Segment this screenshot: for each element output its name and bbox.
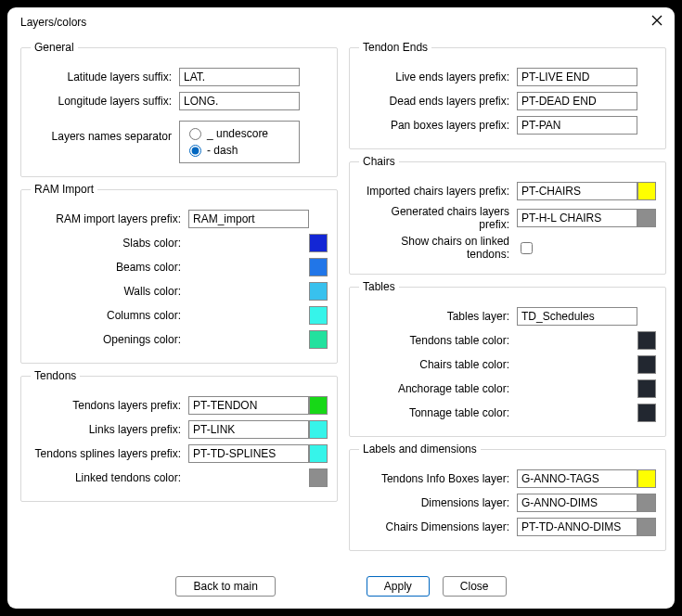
imported-chairs-input[interactable] xyxy=(517,182,637,200)
links-color-swatch[interactable] xyxy=(309,420,328,439)
group-general-legend: General xyxy=(31,41,78,54)
content-area: General Latitude layers suffix: Longitud… xyxy=(7,37,675,564)
layers-separator-radiogroup: _ undescore - dash xyxy=(179,121,300,163)
title-bar: Layers/colors xyxy=(7,7,675,37)
splines-prefix-input[interactable] xyxy=(188,444,309,463)
group-tendon-ends: Tendon Ends Live ends layers prefix: Dea… xyxy=(349,41,666,149)
tendons-prefix-input[interactable] xyxy=(188,396,309,415)
pan-boxes-label: Pan boxes layers prefix: xyxy=(359,119,517,132)
group-ram-import-legend: RAM Import xyxy=(31,183,97,196)
openings-color-swatch[interactable] xyxy=(309,330,328,349)
latitude-suffix-label: Latitude layers suffix: xyxy=(31,71,179,83)
separator-dash-label: - dash xyxy=(207,144,238,157)
tendons-prefix-label: Tendons layers prefix: xyxy=(31,399,188,412)
group-chairs-legend: Chairs xyxy=(359,155,399,168)
left-column: General Latitude layers suffix: Longitud… xyxy=(20,41,338,564)
tendons-info-boxes-label: Tendons Info Boxes layer: xyxy=(359,472,517,485)
separator-underscore-option[interactable]: _ undescore xyxy=(189,127,290,140)
dimensions-layer-input[interactable] xyxy=(517,494,637,512)
footer-buttons: Back to main Apply Close xyxy=(7,564,675,609)
group-chairs: Chairs Imported chairs layers prefix: Ge… xyxy=(349,155,666,275)
tendons-table-color-swatch[interactable] xyxy=(637,331,656,350)
dead-ends-label: Dead ends layers prefix: xyxy=(359,95,517,108)
right-column: Tendon Ends Live ends layers prefix: Dea… xyxy=(349,41,666,564)
tendons-table-color-label: Tendons table color: xyxy=(359,334,517,347)
linked-tendons-color-swatch[interactable] xyxy=(309,468,328,487)
beams-color-label: Beams color: xyxy=(31,261,188,274)
slabs-color-swatch[interactable] xyxy=(309,234,328,252)
live-ends-label: Live ends layers prefix: xyxy=(359,71,517,83)
anchorage-table-color-label: Anchorage table color: xyxy=(359,382,517,395)
tonnage-table-color-swatch[interactable] xyxy=(637,404,656,422)
group-labels-dimensions: Labels and dimensions Tendons Info Boxes… xyxy=(349,443,666,551)
tendons-info-boxes-input[interactable] xyxy=(517,469,637,488)
walls-color-swatch[interactable] xyxy=(309,282,328,301)
dimensions-layer-label: Dimensions layer: xyxy=(359,496,517,509)
splines-color-swatch[interactable] xyxy=(309,444,328,463)
dimensions-color-swatch[interactable] xyxy=(637,494,656,512)
group-general: General Latitude layers suffix: Longitud… xyxy=(20,41,338,177)
dialog-window: Layers/colors General Latitude layers su… xyxy=(7,7,675,609)
show-chairs-linked-label: Show chairs on linked tendons: xyxy=(359,235,517,261)
separator-underscore-label: _ undescore xyxy=(207,127,268,140)
tendons-color-swatch[interactable] xyxy=(309,396,328,415)
generated-chairs-color-swatch[interactable] xyxy=(637,209,656,227)
imported-chairs-label: Imported chairs layers prefix: xyxy=(359,185,517,198)
latitude-suffix-input[interactable] xyxy=(179,68,300,86)
live-ends-input[interactable] xyxy=(517,68,637,86)
columns-color-label: Columns color: xyxy=(31,309,188,322)
links-prefix-label: Links layers prefix: xyxy=(31,423,188,436)
group-tendons-legend: Tendons xyxy=(31,369,80,382)
chairs-dimensions-layer-label: Chairs Dimensions layer: xyxy=(359,520,517,533)
linked-tendons-color-label: Linked tendons color: xyxy=(31,471,188,484)
chairs-table-color-label: Chairs table color: xyxy=(359,358,517,371)
close-button[interactable]: Close xyxy=(443,576,507,597)
show-chairs-linked-checkbox[interactable] xyxy=(521,242,533,254)
generated-chairs-label: Generated chairs layers prefix: xyxy=(359,205,517,231)
dead-ends-input[interactable] xyxy=(517,92,637,110)
imported-chairs-color-swatch[interactable] xyxy=(637,182,656,200)
anchorage-table-color-swatch[interactable] xyxy=(637,379,656,398)
chairs-dimensions-layer-input[interactable] xyxy=(517,518,637,536)
ram-prefix-input[interactable] xyxy=(188,210,309,228)
separator-dash-option[interactable]: - dash xyxy=(189,144,290,157)
tonnage-table-color-label: Tonnage table color: xyxy=(359,406,517,419)
tables-layer-input[interactable] xyxy=(517,307,637,326)
tables-layer-label: Tables layer: xyxy=(359,310,517,323)
openings-color-label: Openings color: xyxy=(31,333,188,346)
links-prefix-input[interactable] xyxy=(188,420,309,439)
beams-color-swatch[interactable] xyxy=(309,258,328,276)
close-icon[interactable] xyxy=(649,14,665,31)
group-tables-legend: Tables xyxy=(359,280,399,293)
layers-separator-label: Layers names separator xyxy=(31,121,179,143)
longitude-suffix-input[interactable] xyxy=(179,92,300,110)
group-tendons: Tendons Tendons layers prefix: Links lay… xyxy=(20,369,338,502)
back-to-main-button[interactable]: Back to main xyxy=(175,576,275,597)
columns-color-swatch[interactable] xyxy=(309,306,328,325)
splines-prefix-label: Tendons splines layers prefix: xyxy=(31,447,188,460)
tendons-info-boxes-color-swatch[interactable] xyxy=(637,469,656,488)
ram-prefix-label: RAM import layers prefix: xyxy=(31,212,188,225)
window-title: Layers/colors xyxy=(20,16,649,29)
apply-button[interactable]: Apply xyxy=(367,576,430,597)
chairs-dimensions-color-swatch[interactable] xyxy=(637,518,656,536)
chairs-table-color-swatch[interactable] xyxy=(637,355,656,374)
longitude-suffix-label: Longitude layers suffix: xyxy=(31,95,179,108)
group-labels-dimensions-legend: Labels and dimensions xyxy=(359,443,481,456)
group-ram-import: RAM Import RAM import layers prefix: Sla… xyxy=(20,183,338,364)
group-tables: Tables Tables layer: Tendons table color… xyxy=(349,280,666,437)
group-tendon-ends-legend: Tendon Ends xyxy=(359,41,431,54)
pan-boxes-input[interactable] xyxy=(517,116,637,135)
generated-chairs-input[interactable] xyxy=(517,209,637,227)
walls-color-label: Walls color: xyxy=(31,285,188,298)
slabs-color-label: Slabs color: xyxy=(31,237,188,250)
